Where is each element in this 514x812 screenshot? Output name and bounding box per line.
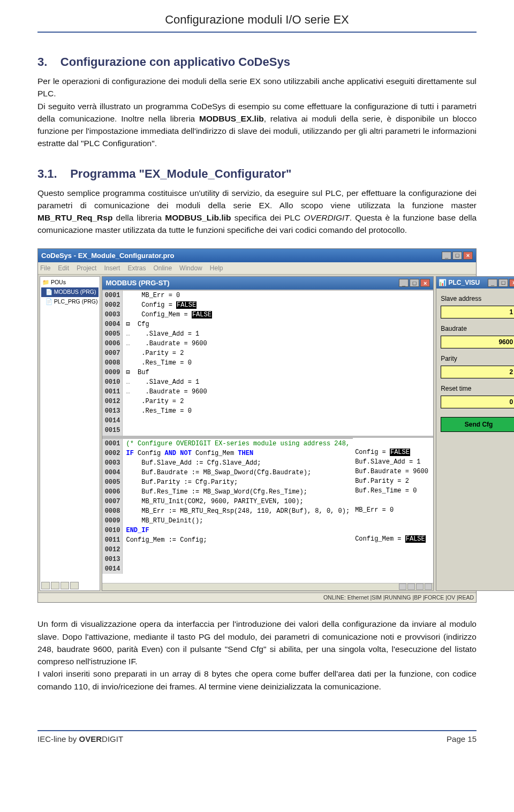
code-line[interactable]: 0001 MB_Err = 0 bbox=[102, 291, 433, 300]
tree-root[interactable]: 📁 POUs bbox=[41, 278, 99, 287]
menu-insert[interactable]: Insert bbox=[104, 263, 120, 273]
ide-titlebar[interactable]: CoDeSys - EX_Module_Configurator.pro _ □… bbox=[38, 249, 476, 263]
menu-file[interactable]: File bbox=[40, 263, 50, 273]
paragraph-2: Questo semplice programma costituisce un… bbox=[37, 187, 477, 237]
code-line[interactable]: 0012 .Parity = 2 bbox=[102, 397, 433, 406]
code-line[interactable]: 0007 MB_RTU_Init(COM2, 9600, PARITY_EVEN… bbox=[102, 497, 353, 506]
minimize-button[interactable]: _ bbox=[442, 252, 451, 260]
code-line[interactable]: 0002IF Config AND NOT Config_Mem THEN bbox=[102, 449, 353, 458]
scrollbar-area[interactable] bbox=[102, 583, 433, 590]
code-line[interactable]: 0005… .Slave_Add = 1 bbox=[102, 329, 433, 339]
code-line[interactable]: 0010… .Slave_Add = 1 bbox=[102, 377, 433, 387]
code-line[interactable]: 0002 Config = FALSE bbox=[102, 300, 433, 310]
paragraph-4: I valori inseriti sono preparati in un a… bbox=[37, 667, 477, 693]
tree-tab[interactable] bbox=[41, 582, 50, 589]
watch-value bbox=[355, 544, 431, 553]
menu-online[interactable]: Online bbox=[153, 263, 172, 273]
code-line[interactable]: 0004 Buf.Baudrate := MB_Swap_Dword(Cfg.B… bbox=[102, 468, 353, 477]
project-tree-panel[interactable]: 📁 POUs 📄 MODBUS (PRG) 📄 PLC_PRG (PRG) bbox=[40, 276, 100, 591]
maximize-button[interactable]: □ bbox=[410, 279, 419, 287]
code-line[interactable]: 0013 bbox=[102, 555, 353, 564]
ide-title: CoDeSys - EX_Module_Configurator.pro bbox=[41, 251, 174, 261]
parity-field[interactable]: 2 bbox=[441, 366, 514, 378]
watch-value bbox=[355, 438, 431, 447]
p2-fn: MB_RTU_Req_Rsp bbox=[37, 213, 112, 222]
menu-project[interactable]: Project bbox=[77, 263, 96, 273]
code-line[interactable]: 0009 MB_RTU_Deinit(); bbox=[102, 516, 353, 526]
parity-label: Parity bbox=[441, 354, 514, 363]
code-line[interactable]: 0010END_IF bbox=[102, 526, 353, 535]
maximize-button[interactable]: □ bbox=[452, 252, 462, 260]
tree-tab[interactable] bbox=[51, 582, 59, 589]
reset-time-label: Reset time bbox=[441, 384, 514, 393]
watch-value: Buf.Baudrate = 9600 bbox=[355, 467, 431, 476]
code-line[interactable]: 0005 Buf.Parity := Cfg.Parity; bbox=[102, 477, 353, 487]
scroll-right-icon[interactable] bbox=[425, 583, 432, 590]
tree-item-plcprg[interactable]: 📄 PLC_PRG (PRG) bbox=[41, 297, 99, 307]
baudrate-field[interactable]: 9600 bbox=[441, 336, 514, 348]
watch-value: MB_Err = 0 bbox=[355, 505, 431, 515]
code-line[interactable]: 0008 MB_Err := MB_RTU_Req_Rsp(248, 110, … bbox=[102, 506, 353, 516]
watch-value bbox=[355, 563, 431, 573]
declaration-pane[interactable]: 0001 MB_Err = 00002 Config = FALSE0003 C… bbox=[102, 290, 433, 436]
watch-value: Buf.Res_Time = 0 bbox=[355, 486, 431, 496]
visu-titlebar[interactable]: 📊 PLC_VISU _ □ × bbox=[436, 277, 514, 289]
code-line[interactable]: 0015 bbox=[102, 426, 433, 435]
menu-extras[interactable]: Extras bbox=[127, 263, 146, 273]
plc-visu-window: 📊 PLC_VISU _ □ × Slave address 1 Baudrat… bbox=[436, 276, 514, 591]
p2-c: specifica dei PLC bbox=[231, 213, 304, 222]
ide-menubar: FileEditProjectInsertExtrasOnlineWindowH… bbox=[38, 262, 476, 275]
scroll-right-icon[interactable] bbox=[407, 583, 415, 590]
close-button[interactable]: × bbox=[463, 252, 473, 260]
p2-lib: MODBUS_Lib.lib bbox=[165, 213, 231, 222]
p2-a: Questo semplice programma costituisce un… bbox=[37, 188, 477, 210]
code-line[interactable]: 0004⊟ Cfg bbox=[102, 320, 433, 329]
menu-window[interactable]: Window bbox=[179, 263, 202, 273]
scroll-left-icon[interactable] bbox=[399, 583, 406, 590]
code-window-title[interactable]: MODBUS (PRG-ST) _ □ × bbox=[102, 277, 433, 290]
tree-item-modbus[interactable]: 📄 MODBUS (PRG) bbox=[41, 287, 99, 297]
p1-lib: MODBUS_EX.lib bbox=[199, 114, 264, 123]
menu-help[interactable]: Help bbox=[210, 263, 223, 273]
code-line[interactable]: 0003 Config_Mem = FALSE bbox=[102, 310, 433, 320]
code-line[interactable]: 0008 .Res_Time = 0 bbox=[102, 358, 433, 368]
code-line[interactable]: 0006 Buf.Res_Time := MB_Swap_Word(Cfg.Re… bbox=[102, 487, 353, 497]
code-line[interactable]: 0003 Buf.Slave_Add := Cfg.Slave_Add; bbox=[102, 458, 353, 468]
paragraph-3: Un form di visualizzazione opera da inte… bbox=[37, 618, 477, 667]
code-line[interactable]: 0001(* Configure OVERDIGIT EX-series mod… bbox=[102, 439, 353, 449]
close-button[interactable]: × bbox=[420, 279, 430, 287]
code-line[interactable]: 0009⊟ Buf bbox=[102, 368, 433, 377]
reset-time-field[interactable]: 0 bbox=[441, 396, 514, 408]
minimize-button[interactable]: _ bbox=[399, 279, 409, 287]
watch-value bbox=[355, 553, 431, 563]
minimize-button[interactable]: _ bbox=[488, 279, 497, 287]
code-line[interactable]: 0014 bbox=[102, 416, 433, 426]
close-button[interactable]: × bbox=[509, 279, 514, 287]
code-line[interactable]: 0007 .Parity = 2 bbox=[102, 348, 433, 358]
code-line[interactable]: 0011… .Baudrate = 9600 bbox=[102, 387, 433, 397]
watch-pane: Config = FALSEBuf.Slave_Add = 1Buf.Baudr… bbox=[353, 438, 433, 583]
watch-value: Buf.Parity = 2 bbox=[355, 476, 431, 486]
section-heading: 3. Configurazione con applicativo CoDeSy… bbox=[37, 53, 477, 71]
slave-address-field[interactable]: 1 bbox=[441, 306, 514, 318]
subsection-title: Programma "EX_Module_Configurator" bbox=[70, 167, 291, 180]
maximize-button[interactable]: □ bbox=[498, 279, 508, 287]
subsection-heading: 3.1. Programma "EX_Module_Configurator" bbox=[37, 165, 477, 183]
code-line[interactable]: 0016 bbox=[102, 435, 433, 436]
code-line[interactable]: 0012 bbox=[102, 545, 353, 555]
scroll-left-icon[interactable] bbox=[416, 583, 424, 590]
page-header: Configurazione moduli I/O serie EX bbox=[37, 11, 477, 28]
menu-edit[interactable]: Edit bbox=[58, 263, 69, 273]
watch-value: Buf.Slave_Add = 1 bbox=[355, 457, 431, 467]
tree-tab[interactable] bbox=[70, 582, 79, 589]
send-cfg-button[interactable]: Send Cfg bbox=[441, 417, 514, 432]
tree-tab[interactable] bbox=[61, 582, 69, 589]
footer-left-a: IEC-line by bbox=[37, 734, 79, 743]
code-line[interactable]: 0014 bbox=[102, 564, 353, 574]
footer-left-c: DIGIT bbox=[102, 734, 123, 743]
code-line[interactable]: 0013 .Res_Time = 0 bbox=[102, 406, 433, 416]
p1-a: Per le operazioni di configurazione dei … bbox=[37, 77, 477, 98]
code-line[interactable]: 0011Config_Mem := Config; bbox=[102, 535, 353, 545]
body-pane[interactable]: 0001(* Configure OVERDIGIT EX-series mod… bbox=[102, 438, 353, 583]
code-line[interactable]: 0006… .Baudrate = 9600 bbox=[102, 339, 433, 348]
